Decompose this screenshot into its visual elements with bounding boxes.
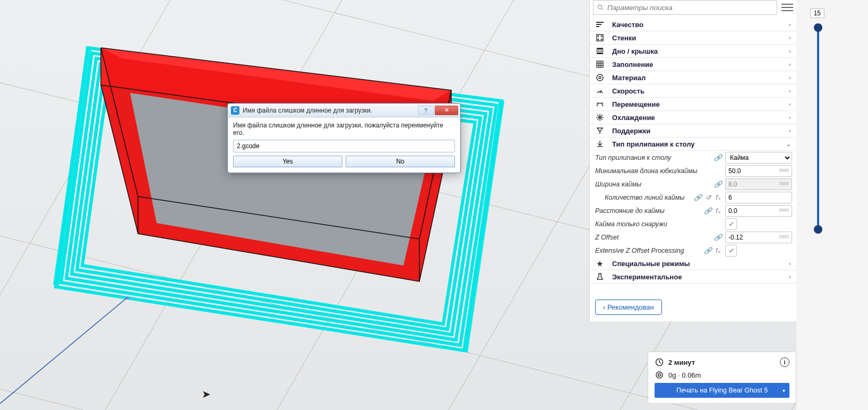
link-icon[interactable]: 🔗 (704, 207, 712, 215)
link-icon[interactable]: 🔗 (714, 233, 722, 241)
category-quality[interactable]: Качество‹ (590, 18, 796, 31)
slider-knob-bottom[interactable] (814, 225, 822, 234)
flask-icon (595, 272, 605, 281)
chevron-left-icon: ‹ (789, 35, 791, 41)
adhesion-icon (595, 139, 605, 149)
no-button[interactable]: No (346, 156, 455, 167)
setting-label: Extensive Z Offset Processing (595, 247, 704, 254)
chevron-left-icon: ‹ (789, 21, 791, 28)
fx-icon[interactable]: fₓ (714, 193, 722, 201)
setting-brim-distance: Расстояние до каймы 🔗fₓ mm (590, 204, 796, 217)
fx-icon[interactable]: fₓ (714, 207, 722, 215)
setting-label: Ширина каймы (595, 181, 714, 188)
adhesion-type-select[interactable]: Кайма (725, 152, 792, 164)
chevron-left-icon: ‹ (789, 274, 791, 280)
close-button[interactable]: ✕ (435, 106, 458, 115)
svg-rect-24 (597, 50, 603, 52)
dialog-title: Имя файла слишком длинное для загрузки. (243, 107, 417, 114)
search-box[interactable] (593, 0, 777, 15)
dialog-titlebar[interactable]: C Имя файла слишком длинное для загрузки… (228, 104, 460, 117)
category-label: Заполнение (612, 61, 789, 69)
chevron-down-icon: ⌄ (786, 141, 791, 148)
chevron-left-icon: ‹ (789, 48, 791, 54)
setting-brim-outside: Кайма только снаружи ✓ (590, 217, 796, 230)
material-icon (595, 73, 605, 82)
setting-min-length: Минимальная длина юбки/каймы mm (590, 164, 796, 177)
reset-icon[interactable]: ↺ (704, 193, 712, 201)
category-topbottom[interactable]: Дно / крышка‹ (590, 45, 796, 58)
spool-icon (655, 370, 664, 380)
support-icon (595, 126, 605, 135)
svg-point-21 (601, 39, 602, 40)
category-infill[interactable]: Заполнение‹ (590, 58, 796, 71)
print-mass: 0g · 0.06m (668, 371, 789, 379)
category-label: Качество (612, 21, 789, 29)
yes-button[interactable]: Yes (233, 156, 342, 167)
category-support[interactable]: Поддержки‹ (590, 124, 796, 138)
svg-rect-15 (596, 24, 601, 25)
svg-rect-14 (596, 22, 604, 23)
link-icon[interactable]: 🔗 (704, 246, 712, 254)
chevron-left-icon: ‹ (789, 114, 791, 121)
chevron-down-icon: ▾ (783, 388, 785, 394)
menu-icon[interactable] (781, 2, 793, 13)
filename-input[interactable] (233, 140, 455, 152)
print-button[interactable]: Печать на Flying Bear Ghost 5▾ (655, 383, 789, 398)
category-label: Охлаждение (612, 114, 789, 122)
settings-panel: Качество‹ Стенки‹ Дно / крышка‹ Заполнен… (589, 0, 796, 321)
category-experimental[interactable]: Экспериментальное‹ (590, 270, 796, 284)
svg-point-27 (599, 76, 601, 79)
recommended-button[interactable]: Рекомендован (595, 300, 662, 315)
category-walls[interactable]: Стенки‹ (590, 31, 796, 45)
svg-rect-25 (597, 61, 603, 67)
category-label: Стенки (612, 34, 789, 42)
svg-point-37 (656, 372, 663, 378)
print-info-card: 2 минут i 0g · 0.06m Печать на Flying Be… (648, 352, 796, 404)
svg-point-26 (597, 74, 603, 81)
category-travel[interactable]: Перемещение‹ (590, 98, 796, 111)
category-speed[interactable]: Скорость‹ (590, 84, 796, 98)
recommend-row: Рекомендован (595, 300, 796, 315)
category-adhesion[interactable]: Тип прилипания к столу⌄ (590, 138, 796, 151)
category-material[interactable]: Материал‹ (590, 71, 796, 84)
setting-brim-lines: Количество линий каймы 🔗↺fₓ (590, 191, 796, 204)
cursor-icon: ➤ (202, 388, 211, 400)
extensive-z-checkbox[interactable]: ✓ (725, 245, 737, 257)
setting-adhesion-type: Тип прилипания к столу 🔗 Кайма (590, 151, 796, 164)
help-button[interactable]: ? (418, 106, 434, 115)
brim-outside-checkbox[interactable]: ✓ (725, 218, 737, 230)
chevron-left-icon: ‹ (789, 88, 791, 94)
svg-rect-16 (596, 26, 599, 27)
topbottom-icon (595, 46, 605, 56)
link-icon[interactable]: 🔗 (714, 180, 722, 188)
setting-extensive-z: Extensive Z Offset Processing 🔗fₓ ✓ (590, 244, 796, 257)
link-icon[interactable]: 🔗 (714, 153, 722, 161)
category-label: Специальные режимы (612, 260, 789, 268)
setting-brim-width: Ширина каймы 🔗 mm (590, 177, 796, 191)
fx-icon[interactable]: fₓ (714, 246, 722, 254)
dialog-message: Имя файла слишком длинное для загрузки, … (233, 122, 455, 136)
link-icon[interactable]: 🔗 (694, 193, 702, 201)
layer-slider[interactable]: 15 (802, 21, 866, 244)
brim-lines-input[interactable] (725, 192, 792, 203)
svg-rect-23 (597, 53, 603, 54)
category-cooling[interactable]: Охлаждение‹ (590, 111, 796, 124)
category-label: Материал (612, 74, 789, 82)
svg-point-20 (598, 39, 599, 40)
svg-line-13 (601, 8, 603, 10)
setting-z-offset: Z Offset 🔗 mm (590, 230, 796, 244)
svg-rect-22 (597, 48, 603, 49)
search-input[interactable] (607, 4, 774, 12)
info-icon[interactable]: i (780, 357, 789, 367)
travel-icon (595, 99, 605, 109)
category-label: Экспериментальное (612, 273, 789, 281)
print-button-label: Печать на Flying Bear Ghost 5 (676, 387, 768, 394)
clock-icon (655, 357, 664, 367)
svg-rect-17 (597, 35, 603, 41)
category-special[interactable]: ★Специальные режимы‹ (590, 257, 796, 270)
slider-knob-top[interactable] (814, 23, 822, 32)
slider-track (817, 27, 819, 228)
star-icon: ★ (595, 259, 605, 268)
walls-icon (595, 33, 605, 42)
category-label: Дно / крышка (612, 47, 789, 55)
